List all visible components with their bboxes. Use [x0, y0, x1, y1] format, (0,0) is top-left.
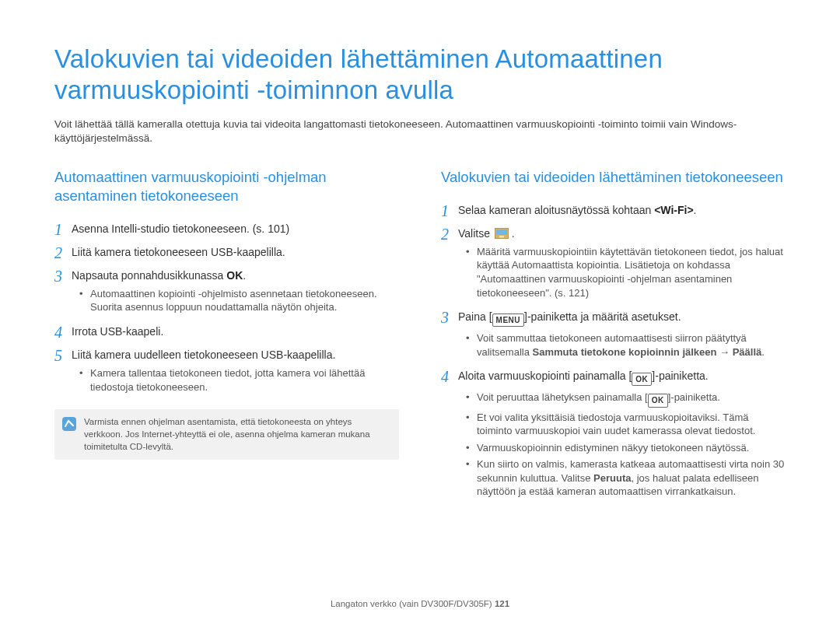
text-segment: .	[243, 269, 246, 282]
step-number: 3	[441, 307, 458, 362]
right-column: Valokuvien tai videoiden lähettäminen ti…	[441, 168, 786, 506]
intro-text: Voit lähettää tällä kameralla otettuja k…	[54, 117, 786, 145]
text-segment: Paina [	[458, 310, 492, 323]
step-text: Liitä kamera tietokoneeseen USB-kaapelil…	[72, 245, 399, 259]
left-step-1: 1 Asenna Intelli-studio tietokoneeseen. …	[54, 219, 399, 238]
svg-rect-2	[496, 229, 507, 235]
text-segment: ]-painiketta ja määritä asetukset.	[524, 310, 681, 323]
left-step-2: 2 Liitä kamera tietokoneeseen USB-kaapel…	[54, 243, 399, 261]
substep-item: Automaattinen kopiointi -ohjelmisto asen…	[82, 287, 399, 314]
substep-item: Voit peruuttaa lähetyksen painamalla [OK…	[469, 391, 786, 408]
step-number: 4	[54, 322, 72, 341]
text-segment: Valitse	[458, 227, 493, 240]
footer-text: Langaton verkko (vain DV300F/DV305F)	[331, 599, 495, 608]
step-text: Irrota USB-kaapeli.	[72, 324, 399, 338]
svg-rect-3	[499, 236, 504, 238]
bold-text: Sammuta tietokone kopioinnin jälkeen	[533, 346, 717, 358]
svg-rect-0	[63, 418, 76, 431]
substep-list: Voit sammuttaa tietokoneen automaattises…	[458, 331, 786, 359]
text-segment: Selaa kameran aloitusnäytössä kohtaan	[458, 204, 654, 216]
substep-item: Kamera tallentaa tietokoneen tiedot, jot…	[82, 366, 399, 394]
menu-button-icon: MENU	[492, 313, 524, 327]
step-number: 2	[441, 224, 458, 303]
text-segment: .	[761, 346, 765, 358]
step-text: Aloita varmuuskopiointi painamalla [OK]-…	[458, 369, 786, 386]
step-number: 1	[441, 201, 458, 219]
text-segment: ]-painiketta.	[652, 370, 708, 382]
step-number: 2	[54, 243, 72, 261]
left-column: Automaattinen varmuuskopiointi -ohjelman…	[54, 168, 399, 506]
page-title: Valokuvien tai videoiden lähettäminen Au…	[54, 44, 786, 105]
step-text: Selaa kameran aloitusnäytössä kohtaan <W…	[458, 203, 786, 217]
bold-text: Peruuta	[593, 472, 631, 484]
substep-item: Määritä varmuuskopiointiin käytettävän t…	[469, 245, 786, 299]
substep-list: Määritä varmuuskopiointiin käytettävän t…	[458, 245, 786, 299]
left-step-3: 3 Napsauta ponnahdusikkunassa OK. Automa…	[54, 266, 399, 317]
substep-list: Kamera tallentaa tietokoneen tiedot, jot…	[72, 366, 399, 394]
substep-list: Voit peruuttaa lähetyksen painamalla [OK…	[458, 391, 786, 499]
right-step-1: 1 Selaa kameran aloitusnäytössä kohtaan …	[441, 201, 786, 219]
step-text: Asenna Intelli-studio tietokoneeseen. (s…	[72, 222, 399, 236]
backup-target-icon	[495, 228, 509, 239]
substep-item: Et voi valita yksittäisiä tiedostoja var…	[469, 411, 786, 438]
step-number: 5	[54, 345, 72, 397]
left-step-5: 5 Liitä kamera uudelleen tietokoneeseen …	[54, 345, 399, 397]
step-text: Liitä kamera uudelleen tietokoneeseen US…	[72, 348, 399, 362]
substep-list: Automaattinen kopiointi -ohjelmisto asen…	[72, 287, 399, 314]
text-segment: ]-painiketta.	[668, 391, 720, 403]
substep-item: Voit sammuttaa tietokoneen automaattises…	[469, 331, 786, 359]
step-number: 4	[441, 366, 458, 502]
step-text: Napsauta ponnahdusikkunassa OK.	[72, 268, 399, 282]
ok-button-icon: OK	[648, 394, 668, 408]
bold-text: <Wi-Fi>	[654, 204, 693, 216]
text-segment: Aloita varmuuskopiointi painamalla [	[458, 370, 632, 382]
text-segment: .	[694, 204, 697, 216]
step-number: 1	[54, 219, 72, 238]
step-text: Valitse .	[458, 226, 786, 240]
right-step-2: 2 Valitse . Määritä varmuuskopiointiin k…	[441, 224, 786, 303]
note-box: Varmista ennen ohjelman asentamista, ett…	[54, 409, 399, 459]
right-step-3: 3 Paina [MENU]-painiketta ja määritä ase…	[441, 307, 786, 362]
right-section-heading: Valokuvien tai videoiden lähettäminen ti…	[441, 168, 786, 187]
page-number: 121	[495, 599, 509, 608]
note-text: Varmista ennen ohjelman asentamista, ett…	[84, 415, 391, 453]
note-icon	[62, 417, 76, 431]
ok-button-icon: OK	[632, 373, 652, 386]
step-text: Paina [MENU]-painiketta ja määritä asetu…	[458, 310, 786, 327]
substep-item: Varmuuskopioinnin edistyminen näkyy tiet…	[469, 441, 786, 455]
text-segment: →	[716, 346, 732, 358]
text-segment: .	[509, 227, 515, 240]
text-segment: Napsauta ponnahdusikkunassa	[72, 269, 226, 282]
step-number: 3	[54, 266, 72, 317]
page-footer: Langaton verkko (vain DV300F/DV305F) 121	[0, 599, 840, 608]
right-step-4: 4 Aloita varmuuskopiointi painamalla [OK…	[441, 366, 786, 502]
bold-text: OK	[226, 269, 243, 282]
bold-text: Päällä	[733, 346, 762, 358]
left-step-4: 4 Irrota USB-kaapeli.	[54, 322, 399, 341]
left-section-heading: Automaattinen varmuuskopiointi -ohjelman…	[54, 168, 399, 205]
substep-item: Kun siirto on valmis, kamerasta katkeaa …	[469, 457, 786, 499]
text-segment: Voit peruuttaa lähetyksen painamalla [	[477, 391, 648, 403]
